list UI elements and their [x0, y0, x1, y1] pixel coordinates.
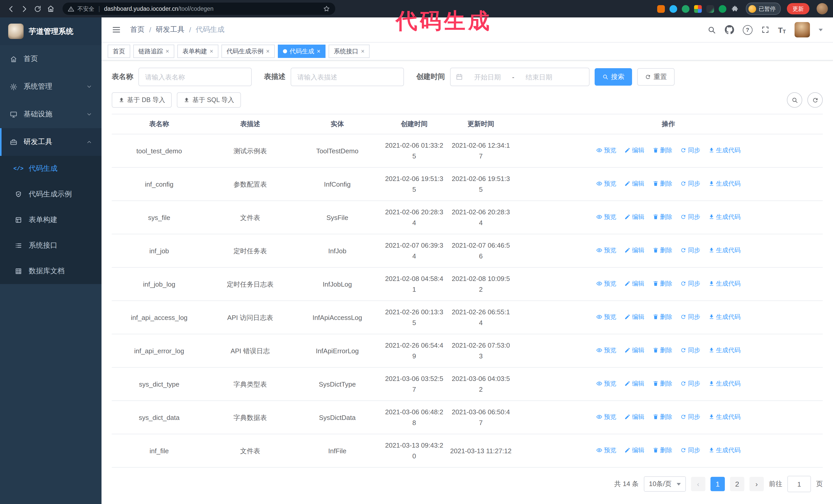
tab-api[interactable]: 系统接口×	[329, 45, 370, 58]
delete-link[interactable]: 删除	[652, 445, 672, 456]
sidebar-subitem-codegen-example[interactable]: 代码生成示例	[0, 182, 101, 207]
delete-link[interactable]: 删除	[652, 212, 672, 222]
sync-link[interactable]: 同步	[680, 178, 700, 189]
close-icon[interactable]: ×	[166, 48, 169, 54]
preview-link[interactable]: 预览	[596, 279, 616, 289]
page-button-1[interactable]: 1	[711, 477, 725, 491]
delete-link[interactable]: 删除	[652, 412, 672, 423]
preview-link[interactable]: 预览	[596, 245, 616, 256]
font-size-icon[interactable]: TT	[778, 25, 786, 34]
sidebar-subitem-codegen[interactable]: </> 代码生成	[0, 156, 101, 182]
generate-code-link[interactable]: 生成代码	[709, 412, 741, 423]
extensions-puzzle-icon[interactable]	[731, 5, 739, 13]
user-avatar[interactable]	[794, 22, 810, 38]
generate-code-link[interactable]: 生成代码	[709, 245, 741, 256]
paused-badge[interactable]: 已暂停	[746, 3, 781, 15]
import-db-button[interactable]: 基于 DB 导入	[112, 92, 172, 108]
home-button[interactable]	[45, 3, 56, 14]
back-button[interactable]	[5, 3, 17, 14]
import-sql-button[interactable]: 基于 SQL 导入	[177, 92, 241, 108]
preview-link[interactable]: 预览	[596, 345, 616, 356]
sidebar-subitem-db-doc[interactable]: 数据库文档	[0, 258, 101, 284]
preview-link[interactable]: 预览	[596, 145, 616, 156]
sync-link[interactable]: 同步	[680, 445, 700, 456]
edit-link[interactable]: 编辑	[624, 245, 644, 256]
tab-codegen-example[interactable]: 代码生成示例×	[221, 45, 275, 58]
generate-code-link[interactable]: 生成代码	[709, 312, 741, 322]
refresh-button[interactable]	[807, 92, 823, 108]
tab-form-builder[interactable]: 表单构建×	[177, 45, 218, 58]
edit-link[interactable]: 编辑	[624, 412, 644, 423]
sidebar-item-devtools[interactable]: 研发工具	[0, 128, 101, 156]
edit-link[interactable]: 编辑	[624, 212, 644, 222]
delete-link[interactable]: 删除	[652, 378, 672, 389]
extension-icon[interactable]	[694, 5, 702, 13]
edit-link[interactable]: 编辑	[624, 378, 644, 389]
sync-link[interactable]: 同步	[680, 245, 700, 256]
preview-link[interactable]: 预览	[596, 378, 616, 389]
browser-profile-avatar[interactable]	[816, 3, 828, 14]
github-icon[interactable]	[724, 25, 734, 34]
toggle-search-button[interactable]	[787, 92, 802, 108]
tab-trace[interactable]: 链路追踪×	[133, 45, 174, 58]
edit-link[interactable]: 编辑	[624, 312, 644, 322]
generate-code-link[interactable]: 生成代码	[709, 145, 741, 156]
generate-code-link[interactable]: 生成代码	[709, 445, 741, 456]
page-size-select[interactable]: 10条/页	[644, 476, 686, 492]
preview-link[interactable]: 预览	[596, 212, 616, 222]
preview-link[interactable]: 预览	[596, 312, 616, 322]
chrome-update-button[interactable]: 更新	[787, 3, 809, 14]
delete-link[interactable]: 删除	[652, 279, 672, 289]
generate-code-link[interactable]: 生成代码	[709, 378, 741, 389]
preview-link[interactable]: 预览	[596, 412, 616, 423]
search-button[interactable]: 搜索	[595, 68, 632, 86]
fullscreen-icon[interactable]	[761, 26, 769, 34]
edit-link[interactable]: 编辑	[624, 145, 644, 156]
bookmark-star-icon[interactable]	[323, 5, 330, 12]
forward-button[interactable]	[19, 3, 30, 14]
sync-link[interactable]: 同步	[680, 212, 700, 222]
help-icon[interactable]: ?	[742, 25, 752, 34]
close-icon[interactable]: ×	[361, 48, 364, 54]
sidebar-item-infra[interactable]: 基础设施	[0, 100, 101, 128]
extension-icon[interactable]	[706, 5, 714, 13]
sidebar-item-system[interactable]: 系统管理	[0, 73, 101, 100]
delete-link[interactable]: 删除	[652, 145, 672, 156]
sidebar-item-home[interactable]: 首页	[0, 45, 101, 73]
breadcrumb-home[interactable]: 首页	[130, 25, 145, 34]
close-icon[interactable]: ×	[317, 48, 320, 54]
app-logo[interactable]: 芋道管理系统	[0, 18, 101, 45]
sync-link[interactable]: 同步	[680, 312, 700, 322]
extension-icon[interactable]	[719, 5, 727, 13]
end-date-input[interactable]	[518, 73, 561, 81]
goto-page-input[interactable]	[787, 476, 811, 492]
generate-code-link[interactable]: 生成代码	[709, 345, 741, 356]
preview-link[interactable]: 预览	[596, 445, 616, 456]
preview-link[interactable]: 预览	[596, 178, 616, 189]
extension-icon[interactable]	[657, 5, 665, 13]
security-warning-icon[interactable]	[68, 5, 74, 12]
page-button-2[interactable]: 2	[730, 477, 744, 491]
table-name-input[interactable]	[138, 68, 252, 86]
extension-icon[interactable]	[682, 5, 689, 13]
tab-codegen[interactable]: 代码生成×	[278, 45, 326, 58]
delete-link[interactable]: 删除	[652, 178, 672, 189]
sidebar-fold-icon[interactable]	[112, 25, 121, 34]
sidebar-subitem-form-builder[interactable]: 表单构建	[0, 207, 101, 233]
sync-link[interactable]: 同步	[680, 345, 700, 356]
delete-link[interactable]: 删除	[652, 312, 672, 322]
edit-link[interactable]: 编辑	[624, 345, 644, 356]
chevron-down-icon[interactable]	[819, 28, 823, 31]
sidebar-subitem-api[interactable]: 系统接口	[0, 233, 101, 258]
generate-code-link[interactable]: 生成代码	[709, 279, 741, 289]
breadcrumb-devtools[interactable]: 研发工具	[156, 25, 185, 34]
edit-link[interactable]: 编辑	[624, 445, 644, 456]
prev-page-button[interactable]: ‹	[691, 477, 705, 491]
delete-link[interactable]: 删除	[652, 245, 672, 256]
close-icon[interactable]: ×	[266, 48, 270, 54]
sync-link[interactable]: 同步	[680, 279, 700, 289]
date-range-picker[interactable]: -	[450, 68, 590, 86]
reset-button[interactable]: 重置	[637, 68, 674, 86]
search-icon[interactable]	[707, 25, 716, 34]
generate-code-link[interactable]: 生成代码	[709, 178, 741, 189]
